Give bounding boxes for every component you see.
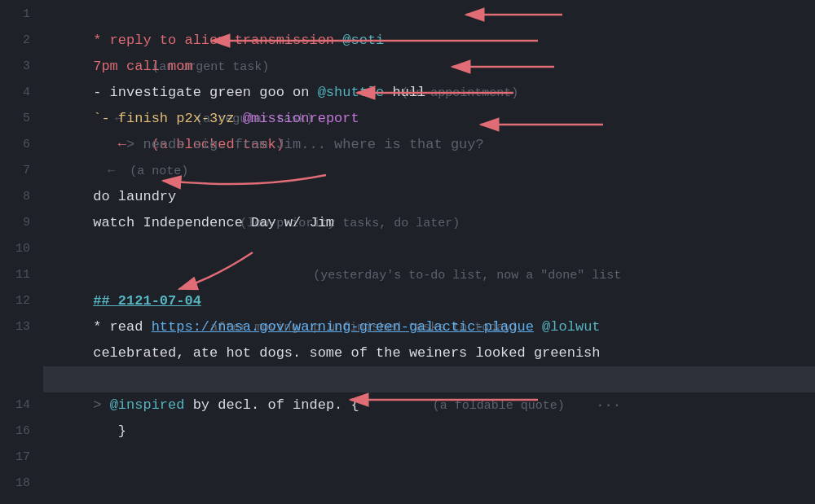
line-num-13: 13 [7, 314, 30, 340]
line-17 [43, 445, 815, 471]
line-num-3: 3 [7, 54, 30, 80]
line-13b: and Jim didn't feel too good afterward. … [43, 340, 815, 366]
line-7: do laundry (low-priority tasks, do later… [43, 158, 815, 184]
line-12: * read https://nasa.gov/warning-green-ga… [43, 288, 815, 314]
line-num-11: 11 [7, 262, 30, 288]
line-9 [43, 210, 815, 236]
line-num-10: 10 [7, 236, 30, 262]
editor: 1 2 3 4 5 6 7 8 9 10 11 12 13 14 16 17 1… [0, 0, 815, 504]
line-num-9: 9 [7, 210, 30, 236]
line-8: watch Independence Day w/ Jim [43, 184, 815, 210]
line-6 [43, 132, 815, 158]
line-11: ## 2121-07-04 after moving up unfinished… [43, 262, 815, 288]
line-numbers: 1 2 3 4 5 6 7 8 9 10 11 12 13 14 16 17 1… [0, 0, 37, 504]
line-num-5: 5 [7, 106, 30, 132]
line-5: > needs sig. from Jim... where is that g… [43, 106, 815, 132]
line-16 [43, 419, 815, 445]
line-num-1: 1 [7, 2, 30, 28]
line-num-2: 2 [7, 28, 30, 54]
line-18: ## 2121-07-03 [43, 471, 815, 497]
line-num-12: 12 [7, 288, 30, 314]
line-num-16: 16 [7, 419, 30, 445]
line-num-14 [7, 340, 30, 392]
line-num-4: 4 [7, 80, 30, 106]
line-3: - investigate green goo on @shuttle hull… [43, 54, 815, 80]
line-15: } [43, 392, 815, 419]
line-num-15: 14 [7, 392, 30, 419]
editor-content[interactable]: * reply to alien transmission @seti (an … [37, 0, 815, 504]
line-13a: celebrated, ate hot dogs. some of the we… [43, 314, 815, 340]
line-2: 7pm call mom (an appointment) [43, 28, 815, 54]
line-num-6: 6 [7, 132, 30, 158]
line-num-17: 17 [7, 445, 30, 471]
line-num-18: 18 [7, 471, 30, 497]
line-10: (yesterday's to-do list, now a "done" li… [43, 236, 815, 262]
line-num-8: 8 [7, 184, 30, 210]
line-4: `- finish p2x-3yz @missionreport ← (a bl… [43, 80, 815, 106]
line-14: > @inspired by decl. of indep. { (a fold… [43, 366, 815, 392]
line-1: * reply to alien transmission @seti (an … [43, 2, 815, 28]
line-num-7: 7 [7, 158, 30, 184]
